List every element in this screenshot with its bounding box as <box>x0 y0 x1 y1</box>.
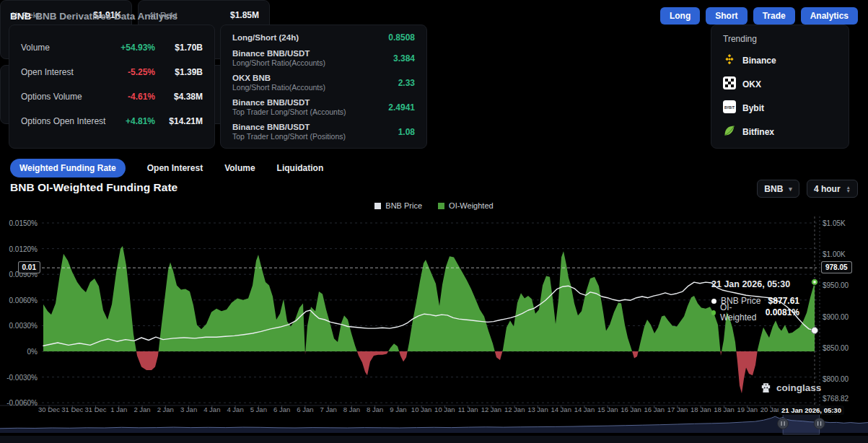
x-axis-tick: 16 Jan <box>644 405 665 413</box>
chart-tabs: Weighted Funding RateOpen InterestVolume… <box>10 159 323 177</box>
stat-change: -4.61% <box>110 92 155 102</box>
short-button[interactable]: Short <box>706 7 747 25</box>
y-axis-tick-right: $1.00K <box>823 250 846 258</box>
stat-label: Options Volume <box>21 92 110 102</box>
svg-text:BYB!T: BYB!T <box>724 105 735 109</box>
stat-label: Options Open Interest <box>21 116 110 126</box>
ratio-sublabel: Top Trader Long/Short (Accounts) <box>232 108 388 116</box>
y-axis-tick-left: 0% <box>1 348 38 356</box>
x-axis-tick: 30 Dec <box>38 405 60 413</box>
exchange-name: Bybit <box>742 103 764 113</box>
exchange-name: Bitfinex <box>742 127 774 137</box>
x-axis-tick: 17 Jan <box>667 405 688 413</box>
ratio-value: 0.8508 <box>388 32 415 43</box>
interval-select-value: 4 hour <box>814 184 841 194</box>
x-axis-tick: 16 Jan <box>621 405 641 413</box>
ratio-value: 2.4941 <box>388 102 415 113</box>
trending-title: Trending <box>723 34 837 44</box>
market-stats-panel: Volume+54.93%$1.70BOpen Interest-5.25%$1… <box>9 25 215 149</box>
ratio-value: 1.08 <box>398 127 415 137</box>
interval-select[interactable]: 4 hour ▲▼ <box>807 180 858 198</box>
navigator-handle-right[interactable] <box>814 418 825 429</box>
legend-swatch <box>438 203 444 209</box>
x-axis-tick: 18 Jan <box>714 405 735 413</box>
stat-label: Volume <box>21 43 110 53</box>
trending-item-okx[interactable]: OKX <box>723 72 837 96</box>
stat-row-options-volume: Options Volume-4.61%$4.38M <box>21 84 203 109</box>
stat-value: $14.21M <box>155 116 203 126</box>
scrollbar-track[interactable] <box>0 436 868 443</box>
price-current-badge: 978.05 <box>821 261 852 273</box>
tab-open-interest[interactable]: Open Interest <box>147 163 203 173</box>
tab-volume[interactable]: Volume <box>224 163 255 173</box>
x-axis-tick: 2 Jan <box>157 405 174 413</box>
x-axis-tick: 12 Jan <box>504 405 525 413</box>
x-axis-tick: 14 Jan <box>551 405 571 413</box>
stat-change: -5.25% <box>110 67 155 77</box>
chart-plot-area[interactable] <box>42 216 817 405</box>
stat-value: $1.70B <box>155 43 203 53</box>
x-axis-tick: 11 Jan <box>458 405 478 413</box>
ratio-sublabel: Top Trader Long/Short (Positions) <box>232 132 398 141</box>
x-axis-tick: 5 Jan <box>250 405 267 413</box>
x-axis-tick: 31 Dec <box>84 405 106 413</box>
funding-current-badge: 0.01 <box>18 261 40 273</box>
ratio-label: Binance BNB/USDT <box>232 123 398 132</box>
navigator-selection[interactable] <box>783 413 820 434</box>
chart-title: BNB OI-Weighted Funding Rate <box>10 181 177 194</box>
symbol-select-value: BNB <box>764 184 783 194</box>
symbol-select[interactable]: BNB ▾ <box>757 180 799 198</box>
x-axis-tick: 6 Jan <box>297 405 313 413</box>
stat-label: Open Interest <box>21 67 110 77</box>
legend-item-oi-weighted[interactable]: OI-Weighted <box>438 201 494 210</box>
exchange-name: OKX <box>742 79 761 89</box>
x-axis-tick: 10 Jan <box>411 405 432 413</box>
legend-label: OI-Weighted <box>449 201 494 210</box>
trending-item-binance[interactable]: Binance <box>723 48 837 72</box>
y-axis-tick-left: -0.0030% <box>1 374 38 382</box>
coin-symbol: BNB <box>10 11 31 22</box>
y-axis-tick-left: 0.0120% <box>1 245 38 253</box>
x-axis-tick: 8 Jan <box>367 405 383 413</box>
y-axis-tick-left: 0.0060% <box>1 297 38 304</box>
stat-value: $1.39B <box>155 67 203 77</box>
binance-icon <box>723 53 736 69</box>
legend-item-bnb-price[interactable]: BNB Price <box>374 201 422 210</box>
x-axis-tick: 8 Jan <box>343 405 360 413</box>
x-axis-tick: 1 Jan <box>110 405 127 413</box>
x-axis-tick: 10 Jan <box>434 405 455 413</box>
trending-item-bybit[interactable]: BYB!TBybit <box>723 96 837 120</box>
long-button[interactable]: Long <box>660 7 700 25</box>
x-axis-tick: 18 Jan <box>691 405 711 413</box>
ratio-value: 2.33 <box>398 78 415 88</box>
tab-weighted-funding-rate[interactable]: Weighted Funding Rate <box>10 159 126 177</box>
bitfinex-icon <box>723 124 736 140</box>
x-axis-tick: 6 Jan <box>273 405 290 413</box>
y-axis-tick-right: $950.00 <box>823 281 849 289</box>
ratio-label: OKX BNB <box>232 74 398 83</box>
trade-button[interactable]: Trade <box>753 7 795 25</box>
y-axis-tick-right: $850.00 <box>823 344 849 352</box>
bybit-icon: BYB!T <box>723 100 736 116</box>
x-axis-tick: 31 Dec <box>61 405 83 413</box>
ratio-row: Long/Short (24h)0.8508 <box>232 32 415 43</box>
x-axis-tick: 14 Jan <box>574 405 595 413</box>
page-title: BNB Derivatives Data Analysis <box>35 11 177 22</box>
chart-legend: BNB PriceOI-Weighted <box>0 201 868 210</box>
tab-liquidation[interactable]: Liquidation <box>277 163 324 173</box>
analytics-button[interactable]: Analytics <box>801 7 858 25</box>
chart-controls: BNB ▾ 4 hour ▲▼ <box>757 180 858 198</box>
y-axis-tick-right: $900.00 <box>823 313 849 321</box>
x-axis-tick: 4 Jan <box>203 405 220 413</box>
navigator-area[interactable] <box>0 416 868 433</box>
y-axis-tick-left: 0.0150% <box>1 219 38 227</box>
ratio-value: 3.384 <box>393 53 415 63</box>
derivatives-dashboard: BNB BNB Derivatives Data Analysis LongSh… <box>0 0 868 443</box>
x-axis-tick: 13 Jan <box>527 405 548 413</box>
trending-item-bitfinex[interactable]: Bitfinex <box>723 120 837 144</box>
sort-arrows-icon: ▲▼ <box>846 185 851 193</box>
header-actions: LongShortTradeAnalytics <box>660 7 858 25</box>
ratio-row: Binance BNB/USDTTop Trader Long/Short (P… <box>232 123 415 141</box>
trending-panel: Trending BinanceOKXBYB!TBybitBitfinex <box>711 25 849 149</box>
navigator-handle-left[interactable] <box>778 418 789 429</box>
